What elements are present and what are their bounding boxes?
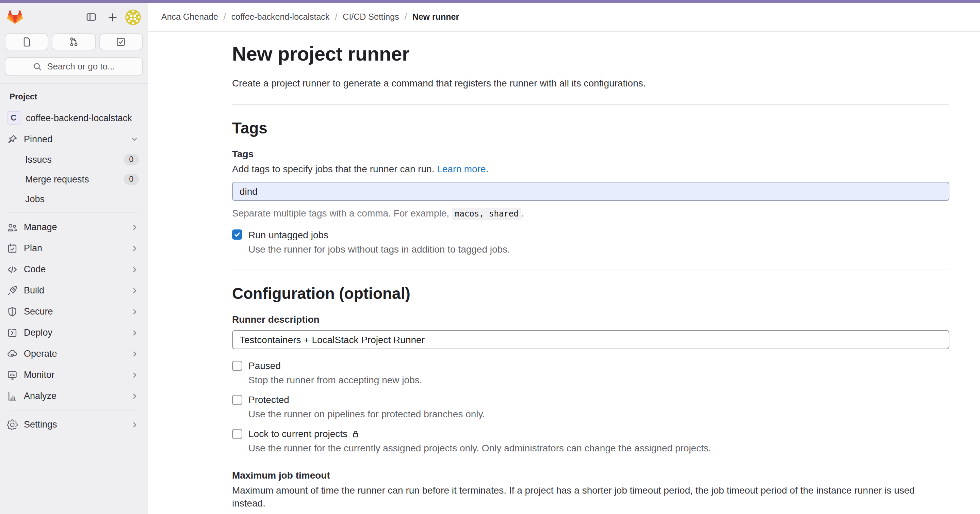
users-icon <box>7 221 18 232</box>
sidebar-item-label: Secure <box>24 306 53 317</box>
sidebar-item-deploy[interactable]: Deploy <box>5 322 143 343</box>
sidebar-item-label: Code <box>24 264 46 274</box>
sidebar-header-actions <box>83 9 141 25</box>
issues-shortcut-button[interactable] <box>5 33 49 50</box>
sidebar-item-operate[interactable]: Operate <box>5 343 143 364</box>
merge-request-shortcut-button[interactable] <box>52 33 96 50</box>
chevron-right-icon <box>130 392 139 400</box>
top-accent-bar <box>0 0 980 3</box>
sidebar-nav: Project C coffee-backend-localstack Pinn… <box>0 84 148 439</box>
search-placeholder: Search or go to... <box>47 61 115 72</box>
breadcrumb-item-new-runner: New runner <box>412 12 460 22</box>
protected-checkbox[interactable] <box>232 395 242 405</box>
lock-checkbox[interactable] <box>232 428 242 439</box>
project-name: coffee-backend-localstack <box>26 113 132 123</box>
lock-icon <box>351 429 360 438</box>
chevron-right-icon <box>130 307 139 315</box>
search-button[interactable]: Search or go to... <box>5 57 143 76</box>
breadcrumb: Anca Ghenade / coffee-backend-localstack… <box>148 3 980 32</box>
lock-label[interactable]: Lock to current projects <box>248 428 360 439</box>
sidebar-item-label: Analyze <box>24 391 56 401</box>
sidebar-item-label: Jobs <box>25 194 45 204</box>
paused-checkbox[interactable] <box>232 360 242 371</box>
page-title: New project runner <box>232 41 950 66</box>
tags-hint-period: . <box>521 207 524 218</box>
tags-section-heading: Tags <box>232 119 950 137</box>
chevron-down-icon <box>130 135 139 144</box>
gitlab-logo[interactable] <box>7 9 23 25</box>
sidebar-section-label: Project <box>10 92 138 102</box>
sidebar-item-pinned[interactable]: Pinned <box>5 129 143 150</box>
sidebar-header <box>0 3 148 25</box>
paused-help: Stop the runner from accepting new jobs. <box>248 374 950 387</box>
section-divider <box>232 269 950 270</box>
gitlab-app: Search or go to... Project C coffee-back… <box>0 0 980 514</box>
plus-icon <box>107 11 118 23</box>
sidebar-item-label: Settings <box>24 419 57 430</box>
breadcrumb-item-user[interactable]: Anca Ghenade <box>161 12 218 22</box>
tags-hint-text: Separate multiple tags with a comma. For… <box>232 207 452 218</box>
code-icon <box>7 264 18 275</box>
tags-description: Add tags to specify jobs that the runner… <box>232 163 950 176</box>
breadcrumb-separator: / <box>224 12 226 22</box>
sidebar-item-jobs[interactable]: Jobs <box>5 189 143 209</box>
sidebar-collapse-button[interactable] <box>83 9 99 25</box>
tags-label: Tags <box>232 148 950 159</box>
sidebar-item-plan[interactable]: Plan <box>5 238 143 259</box>
todo-shortcut-button[interactable] <box>99 33 143 50</box>
monitor-icon <box>7 369 18 380</box>
sidebar-project-item[interactable]: C coffee-backend-localstack <box>5 107 143 129</box>
breadcrumb-item-cicd-settings[interactable]: CI/CD Settings <box>343 12 399 22</box>
sidebar-item-label: Manage <box>24 222 57 232</box>
create-new-button[interactable] <box>104 9 121 25</box>
lock-group: Lock to current projects Use the runner … <box>232 428 950 455</box>
runner-description-label: Runner description <box>232 314 950 325</box>
chevron-right-icon <box>130 265 139 273</box>
timeout-description: Maximum amount of time the runner can ru… <box>232 484 950 511</box>
pin-icon <box>7 134 18 145</box>
learn-more-link[interactable]: Learn more <box>437 163 485 174</box>
sidebar-item-build[interactable]: Build <box>5 280 143 301</box>
sidebar-item-label: Issues <box>25 154 52 165</box>
breadcrumb-item-project[interactable]: coffee-backend-localstack <box>231 12 330 22</box>
runner-description-input[interactable] <box>232 330 950 349</box>
breadcrumb-separator: / <box>404 12 407 22</box>
tags-description-text: Add tags to specify jobs that the runner… <box>232 163 437 174</box>
sidebar-item-secure[interactable]: Secure <box>5 301 143 322</box>
paused-label[interactable]: Paused <box>248 360 281 371</box>
sidebar-item-merge-requests[interactable]: Merge requests 0 <box>5 170 143 189</box>
sidebar-item-label: Pinned <box>24 134 52 144</box>
tags-input[interactable] <box>232 181 950 201</box>
issues-count-badge: 0 <box>124 154 139 165</box>
sidebar-item-settings[interactable]: Settings <box>5 414 143 435</box>
task-check-icon <box>116 37 126 47</box>
breadcrumb-separator: / <box>335 12 337 22</box>
layout: Search or go to... Project C coffee-back… <box>0 3 980 514</box>
main-area: Anca Ghenade / coffee-backend-localstack… <box>148 3 980 514</box>
run-untagged-group: Run untagged jobs Use the runner for job… <box>232 229 950 256</box>
sidebar-shortcuts <box>0 25 148 50</box>
tags-hint-code: macos, shared <box>452 207 521 220</box>
protected-label[interactable]: Protected <box>248 394 289 405</box>
chevron-right-icon <box>130 244 139 252</box>
sidebar-item-manage[interactable]: Manage <box>5 216 143 238</box>
sidebar-divider <box>10 410 138 411</box>
tags-hint: Separate multiple tags with a comma. For… <box>232 207 950 218</box>
run-untagged-checkbox[interactable] <box>232 229 242 240</box>
sidebar-item-analyze[interactable]: Analyze <box>5 385 143 406</box>
chevron-right-icon <box>130 350 139 358</box>
page-subtitle: Create a project runner to generate a co… <box>232 76 950 91</box>
chevron-right-icon <box>130 286 139 294</box>
sidebar-item-code[interactable]: Code <box>5 259 143 280</box>
sidebar-item-issues[interactable]: Issues 0 <box>5 150 143 170</box>
gear-icon <box>7 419 18 430</box>
tags-description-period: . <box>486 163 488 174</box>
run-untagged-label[interactable]: Run untagged jobs <box>248 229 328 240</box>
sidebar-item-monitor[interactable]: Monitor <box>5 364 143 385</box>
sidebar-item-label: Plan <box>24 243 42 253</box>
sidebar-item-label: Build <box>24 285 44 296</box>
timeout-label: Maximum job timeout <box>232 470 950 481</box>
user-avatar[interactable] <box>125 9 141 25</box>
search-icon <box>33 62 42 71</box>
rocket-icon <box>7 285 18 296</box>
